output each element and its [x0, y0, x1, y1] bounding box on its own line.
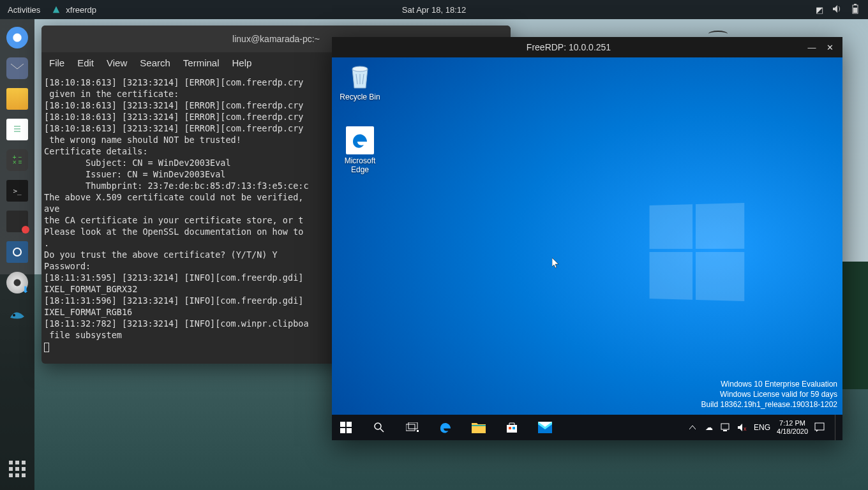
dock-disc-icon[interactable]: ⬇ [6, 272, 28, 293]
taskbar-mail-icon[interactable] [537, 420, 553, 435]
tray-volume-icon[interactable]: x [737, 422, 747, 433]
svg-rect-13 [340, 428, 345, 433]
gnome-dock: + −× = >_ ⬇ [0, 19, 34, 490]
task-view-icon[interactable] [405, 420, 420, 435]
show-applications-button[interactable] [6, 458, 28, 480]
tray-overflow-icon[interactable] [687, 422, 698, 433]
edge-label: Microsoft Edge [336, 156, 384, 174]
tray-onedrive-icon[interactable]: ☁ [704, 422, 714, 433]
svg-rect-27 [815, 423, 824, 430]
wallpaper-bird [708, 31, 728, 37]
menu-help[interactable]: Help [232, 57, 252, 68]
windows-desktop[interactable]: Recycle Bin Microsoft Edge Windows 10 En… [332, 57, 842, 440]
svg-rect-2 [854, 4, 857, 5]
svg-rect-25 [723, 430, 727, 431]
terminal-output: [18:10:18:613] [3213:3214] [ERROR][com.f… [44, 77, 309, 340]
app-menu[interactable]: xfreerdp [52, 5, 96, 15]
recycle-bin-icon [346, 63, 374, 91]
taskbar-clock[interactable]: 7:12 PM 4/18/2020 [777, 419, 808, 436]
dock-chromium-icon[interactable] [6, 27, 28, 48]
taskbar-search-icon[interactable] [371, 420, 387, 435]
svg-rect-5 [11, 122, 23, 137]
topbar-clock[interactable]: Sat Apr 18, 18:12 [402, 5, 466, 15]
close-button[interactable]: ✕ [823, 41, 836, 54]
freerdp-title: FreeRDP: 10.0.0.251 [332, 42, 805, 52]
dock-calculator-icon[interactable]: + −× = [6, 149, 28, 171]
taskbar-edge-icon[interactable] [438, 420, 453, 435]
terminal-cursor [44, 343, 49, 352]
freerdp-window: FreeRDP: 10.0.0.251 — ✕ Recycle Bin Micr… [332, 37, 842, 440]
taskbar-explorer-icon[interactable] [471, 420, 486, 435]
menu-edit[interactable]: Edit [77, 57, 94, 68]
windows-logo-wallpaper [650, 203, 745, 301]
show-desktop-button[interactable] [835, 415, 839, 440]
edge-icon [346, 126, 374, 154]
menu-search[interactable]: Search [140, 57, 170, 68]
gnome-topbar: Activities xfreerdp Sat Apr 18, 18:12 ◩ [0, 0, 868, 19]
svg-rect-19 [417, 430, 419, 432]
svg-rect-3 [853, 8, 857, 13]
windows-taskbar: ☁ x ENG 7:12 PM 4/18/2020 [332, 415, 842, 440]
svg-rect-14 [347, 428, 352, 433]
dock-screenshot-icon[interactable] [6, 241, 28, 263]
svg-text:x: x [744, 426, 747, 432]
tray-language[interactable]: ENG [754, 423, 770, 432]
recycle-bin-label: Recycle Bin [336, 93, 384, 101]
terminal-title: linux@kamarada-pc:~ [232, 34, 320, 44]
dock-settings-icon[interactable] [6, 211, 28, 232]
menu-view[interactable]: View [107, 57, 127, 68]
dock-shark-icon[interactable] [6, 302, 28, 324]
windows-watermark: Windows 10 Enterprise Evaluation Windows… [701, 379, 837, 410]
tray-network-icon[interactable] [721, 422, 731, 433]
windows-cursor-icon [552, 258, 560, 269]
svg-rect-21 [509, 427, 511, 429]
dock-terminal-icon[interactable]: >_ [6, 180, 28, 202]
svg-point-10 [352, 66, 368, 71]
svg-rect-17 [406, 424, 415, 431]
desktop-recycle-bin[interactable]: Recycle Bin [336, 63, 384, 101]
svg-rect-12 [347, 422, 352, 427]
svg-line-16 [380, 429, 384, 432]
menu-terminal[interactable]: Terminal [183, 57, 220, 68]
battery-icon[interactable] [851, 4, 859, 16]
start-button[interactable] [338, 420, 354, 435]
action-center-icon[interactable] [814, 422, 825, 433]
svg-point-9 [13, 314, 15, 316]
menu-file[interactable]: File [49, 57, 64, 68]
svg-point-15 [375, 423, 381, 429]
svg-marker-0 [53, 6, 60, 13]
svg-rect-11 [340, 422, 345, 427]
activities-button[interactable]: Activities [8, 5, 40, 15]
dock-document-icon[interactable] [6, 119, 28, 140]
dock-mail-icon[interactable] [6, 57, 28, 79]
freerdp-titlebar[interactable]: FreeRDP: 10.0.0.251 — ✕ [332, 37, 842, 57]
taskbar-store-icon[interactable] [504, 420, 520, 435]
app-menu-label: xfreerdp [66, 5, 96, 15]
svg-rect-24 [721, 424, 729, 429]
volume-icon[interactable] [832, 4, 842, 15]
svg-rect-22 [513, 427, 515, 429]
freerdp-app-icon [52, 5, 61, 14]
svg-rect-18 [408, 422, 417, 429]
dock-files-icon[interactable] [6, 88, 28, 110]
minimize-button[interactable]: — [805, 41, 818, 54]
svg-rect-20 [472, 425, 486, 426]
accessibility-icon[interactable]: ◩ [816, 5, 823, 15]
desktop-edge[interactable]: Microsoft Edge [336, 126, 384, 174]
